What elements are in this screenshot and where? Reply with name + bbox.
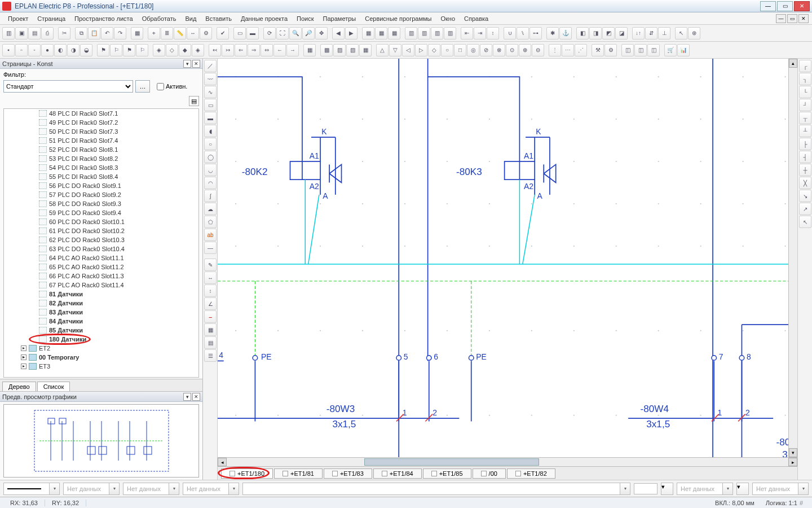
vertical-scrollbar[interactable]: ▴ ▾	[788, 59, 797, 457]
tree-page-item[interactable]: 85 Датчики	[4, 326, 198, 335]
tb2-sym7-icon[interactable]: □	[454, 44, 466, 56]
dr-polyline-icon[interactable]: 〰	[204, 73, 217, 85]
dr2-1-icon[interactable]: ┌	[799, 60, 811, 72]
dr-curve-icon[interactable]: ∿	[204, 86, 217, 98]
panel-close-button[interactable]: ✕	[192, 60, 200, 68]
tb-tbl2-icon[interactable]: ▥	[418, 27, 430, 40]
tb-tbl1-icon[interactable]: ▥	[405, 27, 417, 40]
page-tab[interactable]: +ET1/180	[221, 468, 273, 479]
tb-tbl4-icon[interactable]: ▥	[444, 27, 456, 40]
tb-misc1-icon[interactable]: ◧	[576, 27, 589, 40]
tb2-grp1-icon[interactable]: ▦	[303, 44, 316, 56]
dr-hatch-icon[interactable]: ▦	[204, 323, 217, 336]
tb2-5-icon[interactable]: ◐	[54, 44, 67, 56]
dr2-13-icon[interactable]: ↖	[799, 216, 811, 228]
tree-page-item[interactable]: 67 PLC AO Rack0 Slot11.4	[4, 281, 198, 290]
horizontal-scrollbar[interactable]: ◂ ▸	[218, 457, 797, 466]
menu-layout[interactable]: Пространство листа	[70, 14, 138, 23]
tb2-grp4-icon[interactable]: ▧	[346, 44, 359, 56]
filter-options-button[interactable]: ▤	[189, 96, 199, 106]
dr2-11-icon[interactable]: ↘	[799, 190, 811, 202]
dr-cloud-icon[interactable]: ☁	[204, 203, 217, 215]
dock-tab-tree[interactable]: Дерево	[2, 382, 36, 391]
prop-extra-button[interactable]: ▾	[736, 483, 749, 495]
tb2-grp3-icon[interactable]: ▨	[333, 44, 346, 56]
tb-align1-icon[interactable]: ⇤	[461, 27, 473, 40]
minimize-button[interactable]: —	[760, 1, 776, 11]
menu-project[interactable]: Проект	[3, 14, 33, 23]
tree-page-item[interactable]: 84 Датчики	[4, 317, 198, 326]
tb2-flag2-icon[interactable]: ⚐	[110, 44, 122, 56]
tree-page-item[interactable]: 83 Датчики	[4, 308, 198, 317]
tb-conn-icon[interactable]: ⊶	[529, 27, 542, 40]
menu-help[interactable]: Справка	[460, 14, 493, 23]
tree-node[interactable]: ▸00 Temporary	[4, 353, 198, 362]
dr2-12-icon[interactable]: ↗	[799, 203, 811, 215]
tb-sort1-icon[interactable]: ↓↑	[632, 27, 645, 40]
tb-pan-icon[interactable]: ✥	[315, 27, 328, 40]
dr2-4-icon[interactable]: ┘	[799, 99, 811, 111]
tb2-bm3-icon[interactable]: ◆	[179, 44, 191, 56]
dr2-2-icon[interactable]: ┐	[799, 73, 811, 85]
tb-report1-icon[interactable]: ▦	[362, 27, 374, 40]
tb-zoomfit-icon[interactable]: ⛶	[276, 27, 289, 40]
tb-layer-icon[interactable]: ≣	[161, 27, 173, 40]
menu-options[interactable]: Параметры	[319, 14, 361, 23]
tb-check-icon[interactable]: ✔	[217, 27, 229, 40]
maximize-button[interactable]: ▭	[777, 1, 793, 11]
scroll-right-icon[interactable]: ▸	[788, 458, 797, 466]
tb-save-icon[interactable]: ▤	[28, 27, 41, 40]
tb2-arr2-icon[interactable]: ↣	[222, 44, 234, 56]
expander-icon[interactable]: ▸	[21, 345, 27, 351]
tree-page-item[interactable]: 66 PLC AO Rack0 Slot11.3	[4, 271, 198, 281]
tree-node[interactable]: ▸ET2	[4, 344, 198, 353]
tb-xref-icon[interactable]: ✱	[546, 27, 559, 40]
prop-combo-2[interactable]: Нет данных▾	[123, 483, 179, 495]
tb-align2-icon[interactable]: ⇥	[474, 27, 486, 40]
tb2-2-icon[interactable]: ▫	[15, 44, 28, 56]
preview-pin-button[interactable]: ▾	[183, 393, 191, 401]
tb-print-icon[interactable]: ⎙	[41, 27, 54, 40]
tb-misc4-icon[interactable]: ◪	[615, 27, 628, 40]
drawing-canvas[interactable]: -80K2 K A1 A2 A -80	[218, 59, 797, 457]
tb-undo-icon[interactable]: ↶	[101, 27, 113, 40]
tb-break-icon[interactable]: ⑊	[517, 27, 529, 40]
tree-page-item[interactable]: 82 Датчики	[4, 299, 198, 308]
tb-tbl3-icon[interactable]: ▥	[431, 27, 443, 40]
tb-magnet-icon[interactable]: ∪	[504, 27, 516, 40]
dr-circle-icon[interactable]: ○	[204, 138, 217, 150]
tb-measure-icon[interactable]: 📏	[174, 27, 186, 40]
tree-page-item[interactable]: 64 PLC AO Rack0 Slot11.1	[4, 253, 198, 262]
menu-utilities[interactable]: Сервисные программы	[360, 14, 436, 23]
page-tab[interactable]: /00	[473, 468, 506, 479]
tb-paste-icon[interactable]: 📋	[88, 27, 100, 40]
expander-icon[interactable]: ▸	[21, 354, 27, 360]
tb2-sym11-icon[interactable]: ⊙	[506, 44, 518, 56]
tb2-sym10-icon[interactable]: ⊗	[493, 44, 505, 56]
tb2-arr1-icon[interactable]: ↢	[209, 44, 221, 56]
filter-active-checkbox[interactable]: Активн.	[157, 83, 187, 90]
tree-page-item[interactable]: 51 PLC DI Rack0 Slot7.4	[4, 136, 198, 145]
tb2-sym9-icon[interactable]: ⊘	[480, 44, 492, 56]
tree-page-item[interactable]: 60 PLC DO Rack0 Slot10.1	[4, 217, 198, 226]
dock-tab-list[interactable]: Список	[37, 382, 70, 391]
tree-page-item[interactable]: 54 PLC DI Rack0 Slot8.3	[4, 163, 198, 172]
tb2-6-icon[interactable]: ◑	[67, 44, 80, 56]
tb2-4-icon[interactable]: ●	[41, 44, 54, 56]
tb2-1-icon[interactable]: ▪	[2, 44, 15, 56]
color-dd-button[interactable]: ▾	[661, 483, 673, 495]
tb2-more1-icon[interactable]: ⋮	[549, 44, 561, 56]
tb-misc3-icon[interactable]: ◩	[602, 27, 615, 40]
dr2-9-icon[interactable]: ┼	[799, 164, 811, 176]
color-swatch[interactable]	[634, 483, 657, 494]
menu-view[interactable]: Вид	[180, 14, 201, 23]
tb-grid-icon[interactable]: ▦	[131, 27, 143, 40]
tb2-set1-icon[interactable]: ⚒	[592, 44, 604, 56]
tree-page-item[interactable]: 58 PLC DO Rack0 Slot9.3	[4, 199, 198, 208]
tb2-grp2-icon[interactable]: ▩	[320, 44, 333, 56]
tb2-arr5-icon[interactable]: ⇔	[261, 44, 273, 56]
page-tab[interactable]: +ET1/84	[373, 468, 422, 479]
tb2-cart2-icon[interactable]: 📊	[677, 44, 690, 56]
tb-zoomin-icon[interactable]: 🔍	[289, 27, 302, 40]
scroll-left-icon[interactable]: ◂	[218, 458, 227, 466]
